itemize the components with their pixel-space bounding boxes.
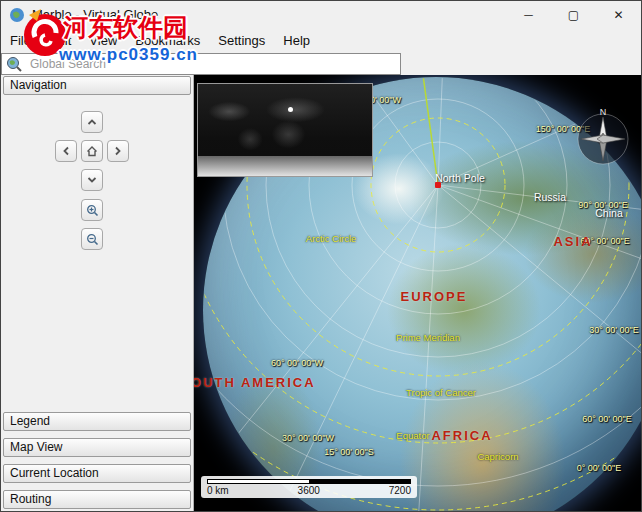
magnifier-minus-icon	[86, 233, 99, 246]
scalebar-tick-mid: 3600	[298, 485, 320, 496]
north-pole-marker	[435, 182, 441, 188]
panel-header-legend[interactable]: Legend	[3, 412, 191, 431]
map-area[interactable]: 90° 00' 00"W150° 00' 00"E90° 00' 00"E60°…	[194, 75, 641, 511]
magnifier-plus-icon	[86, 204, 99, 217]
scalebar-tick-start: 0 km	[207, 485, 229, 496]
map-label-circle: Prime Meridian	[396, 332, 460, 343]
map-label-coord: 15° 00' 00"S	[324, 447, 374, 457]
overview-map[interactable]	[197, 83, 373, 177]
map-label-circle: Capricorn	[477, 451, 518, 462]
menu-item-settings[interactable]: Settings	[209, 29, 274, 52]
map-label-coord: 60° 00' 00"E	[582, 414, 632, 424]
app-icon	[9, 7, 25, 23]
map-label-circle: Equator	[396, 430, 429, 441]
sidebar-bottom-panels: Legend Map View Current Location Routing	[3, 405, 191, 509]
map-label-place: China	[595, 207, 622, 219]
titlebar: Marble - Virtual Globe ─ ▢ ✕	[1, 1, 641, 28]
map-label-circle: Arctic Circle	[306, 233, 357, 244]
panel-header-routing[interactable]: Routing	[3, 490, 191, 509]
scalebar-segment	[309, 480, 410, 483]
map-label-circle: Tropic of Cancer	[406, 387, 476, 398]
panel-header-map-view[interactable]: Map View	[3, 438, 191, 457]
minimize-button[interactable]: ─	[506, 1, 551, 28]
overview-antarctic-band	[198, 156, 372, 176]
compass-north-label: N	[600, 107, 607, 117]
window-title: Marble - Virtual Globe	[32, 7, 506, 22]
chevron-down-icon	[86, 174, 98, 186]
navigation-panel	[3, 95, 191, 405]
map-label-region: SOUTH AMERICA	[194, 375, 316, 390]
map-label-coord: 0° 00' 00"E	[577, 463, 622, 473]
pan-up-button[interactable]	[81, 111, 103, 133]
home-button[interactable]	[81, 140, 103, 162]
close-button[interactable]: ✕	[596, 1, 641, 28]
scalebar-tick-end: 7200	[389, 485, 411, 496]
zoom-in-button[interactable]	[81, 199, 103, 221]
map-label-region: ASIA	[553, 234, 592, 249]
menu-item-help[interactable]: Help	[274, 29, 319, 52]
scalebar: 0 km 3600 7200	[201, 476, 417, 498]
compass-rose[interactable]: N	[574, 105, 632, 167]
home-icon	[86, 145, 98, 157]
map-label-coord: 30° 00' 00"E	[589, 325, 639, 335]
chevron-right-icon	[112, 145, 124, 157]
search-icon	[5, 55, 23, 73]
panel-header-navigation[interactable]: Navigation	[3, 76, 191, 95]
chevron-left-icon	[60, 145, 72, 157]
global-search-input[interactable]	[1, 53, 401, 75]
menu-item-bookmarks[interactable]: Bookmarks	[126, 29, 209, 52]
panel-header-current-location[interactable]: Current Location	[3, 464, 191, 483]
pan-right-button[interactable]	[107, 140, 129, 162]
position-marker	[288, 107, 293, 112]
pan-down-button[interactable]	[81, 169, 103, 191]
pan-left-button[interactable]	[55, 140, 77, 162]
main-area: Navigation Legend Map View Current Locat…	[1, 75, 641, 511]
map-label-place: Russia	[534, 191, 566, 203]
map-label-coord: 30° 00' 00"W	[282, 433, 334, 443]
maximize-button[interactable]: ▢	[551, 1, 596, 28]
app-window: Marble - Virtual Globe ─ ▢ ✕ File Edit V…	[0, 0, 642, 512]
scalebar-bar	[207, 479, 411, 484]
sidebar: Navigation Legend Map View Current Locat…	[1, 75, 194, 511]
zoom-out-button[interactable]	[81, 228, 103, 250]
map-label-place: North Pole	[435, 172, 485, 184]
menubar: File Edit View Bookmarks Settings Help	[1, 28, 641, 53]
scalebar-segment	[208, 480, 309, 483]
map-label-region: AFRICA	[431, 428, 492, 443]
menu-item-file[interactable]: File	[1, 29, 40, 52]
search-row	[1, 53, 641, 75]
map-label-coord: 60° 00' 00"W	[271, 358, 323, 368]
chevron-up-icon	[86, 116, 98, 128]
map-label-region: EUROPE	[401, 289, 468, 304]
menu-item-edit[interactable]: Edit	[40, 29, 80, 52]
menu-item-view[interactable]: View	[80, 29, 126, 52]
